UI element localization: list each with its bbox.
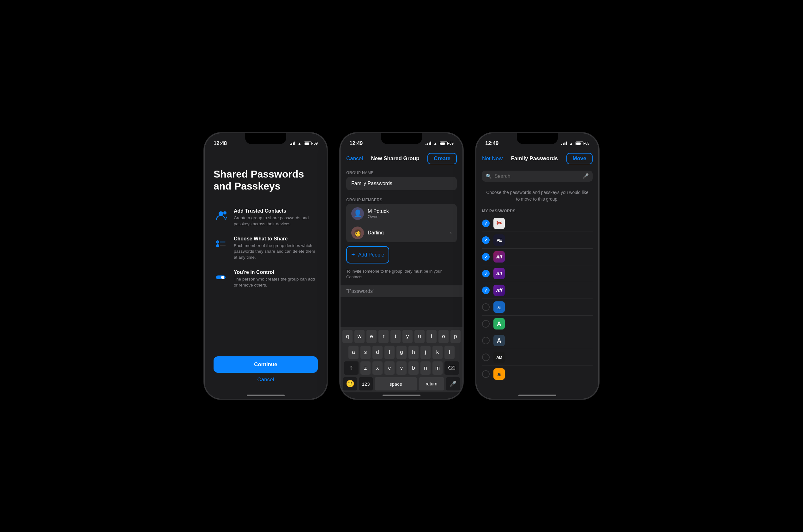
pw-checkbox-5[interactable] [482,303,490,311]
key-v[interactable]: v [397,361,406,375]
pw-checkbox-1[interactable] [482,236,490,244]
nav-bar-2: Cancel New Shared Group Create [341,149,462,168]
key-b[interactable]: b [408,361,419,375]
home-indicator-3 [518,395,556,396]
kb-row-4: 🙂 123 space return 🎤 [342,377,461,391]
key-w[interactable]: w [355,330,365,343]
autocomplete-text: "Passwords" [346,288,375,294]
pw-icon-1: AE [493,234,505,246]
member-avatar-0: 👤 [351,207,364,220]
key-l[interactable]: l [444,346,455,359]
feature-trusted-heading: Add Trusted Contacts [234,208,318,214]
password-row-5[interactable]: a [482,299,593,316]
keyboard: q w e r t y u i o p a s d f g h [341,327,462,392]
nav-bar-3: Not Now Family Passwords Move [476,149,598,168]
password-row-8[interactable]: AM [482,349,593,366]
key-c[interactable]: c [384,361,395,375]
key-return[interactable]: return [419,377,444,391]
key-p[interactable]: p [451,330,461,343]
feature-control-desc: The person who creates the group can add… [234,277,318,288]
key-s[interactable]: s [360,346,370,359]
key-o[interactable]: o [438,330,448,343]
key-x[interactable]: x [372,361,383,375]
key-space[interactable]: space [375,377,417,391]
feature-trusted-contacts: Add Trusted Contacts Create a group to s… [213,208,318,227]
password-row-4[interactable]: Aff [482,282,593,299]
pw-checkbox-4[interactable] [482,287,490,294]
wifi-icon-2: ▲ [434,141,438,146]
key-delete[interactable]: ⌫ [444,361,459,375]
member-row-1[interactable]: 👩 Darling › [346,223,457,242]
key-h[interactable]: h [408,346,419,359]
cancel-button-1[interactable]: Cancel [213,377,318,383]
member-info-0: M Potuck Owner [368,209,452,219]
key-a[interactable]: a [348,346,359,359]
password-row-0[interactable]: ✂ [482,215,593,232]
create-button[interactable]: Create [427,153,457,164]
password-row-9[interactable]: a [482,366,593,382]
status-bar-1: 12:48 ▲ 69 [205,133,327,149]
key-mic[interactable]: 🎤 [446,377,460,391]
password-row-3[interactable]: Aff [482,265,593,282]
password-row-1[interactable]: AE [482,232,593,249]
in-control-icon [213,269,228,284]
pw-checkbox-9[interactable] [482,370,490,378]
not-now-button[interactable]: Not Now [482,155,502,162]
battery-3: 68 [576,141,590,146]
pw-checkbox-7[interactable] [482,337,490,344]
group-name-input-wrap[interactable] [346,177,457,190]
time-1: 12:48 [213,140,227,147]
key-e[interactable]: e [366,330,377,343]
continue-button[interactable]: Continue [213,356,318,373]
status-icons-2: ▲ 69 [425,141,454,146]
group-name-label: GROUP NAME [341,168,462,177]
add-people-label: Add People [358,252,384,258]
trusted-contacts-icon [213,208,228,223]
cancel-nav-2[interactable]: Cancel [346,155,363,162]
search-input[interactable] [494,173,580,179]
key-u[interactable]: u [415,330,424,343]
key-123[interactable]: 123 [359,377,373,391]
move-button[interactable]: Move [567,153,593,164]
key-d[interactable]: d [372,346,383,359]
battery-2: 69 [440,141,454,146]
password-row-6[interactable]: A [482,316,593,332]
battery-pct-3: 68 [585,141,590,146]
feature-control-heading: You're in Control [234,269,318,275]
key-j[interactable]: j [420,346,431,359]
add-people-button[interactable]: + Add People [346,246,389,264]
key-m[interactable]: m [433,361,443,375]
key-r[interactable]: r [379,330,388,343]
kb-row-1: q w e r t y u i o p [342,330,461,343]
search-bar[interactable]: 🔍 🎤 [482,171,593,182]
group-name-input[interactable] [351,181,452,186]
key-f[interactable]: f [384,346,395,359]
pw-checkbox-0[interactable] [482,220,490,227]
mic-icon[interactable]: 🎤 [582,173,589,179]
signal-icon-2 [425,141,431,145]
phone-2: 12:49 ▲ 69 [340,133,463,399]
pw-checkbox-8[interactable] [482,354,490,361]
phone-1: 12:48 ▲ 69 Shared P [204,133,327,399]
group-members-label: GROUP MEMBERS [341,195,462,204]
password-row-7[interactable]: A [482,332,593,349]
key-g[interactable]: g [397,346,406,359]
key-k[interactable]: k [433,346,443,359]
pw-checkbox-3[interactable] [482,270,490,278]
pw-checkbox-2[interactable] [482,253,490,261]
key-z[interactable]: z [360,361,370,375]
key-t[interactable]: t [390,330,401,343]
pw-checkbox-6[interactable] [482,320,490,328]
key-q[interactable]: q [342,330,352,343]
status-icons-3: ▲ 68 [561,141,590,146]
key-i[interactable]: i [426,330,437,343]
svg-point-9 [221,276,224,279]
password-row-2[interactable]: Aff [482,249,593,265]
home-indicator-2 [383,395,420,396]
autocomplete-bar[interactable]: "Passwords" [341,285,462,297]
svg-point-1 [223,211,227,214]
key-shift[interactable]: ⇧ [344,361,359,375]
key-y[interactable]: y [402,330,413,343]
key-emoji[interactable]: 🙂 [343,377,357,391]
key-n[interactable]: n [420,361,431,375]
